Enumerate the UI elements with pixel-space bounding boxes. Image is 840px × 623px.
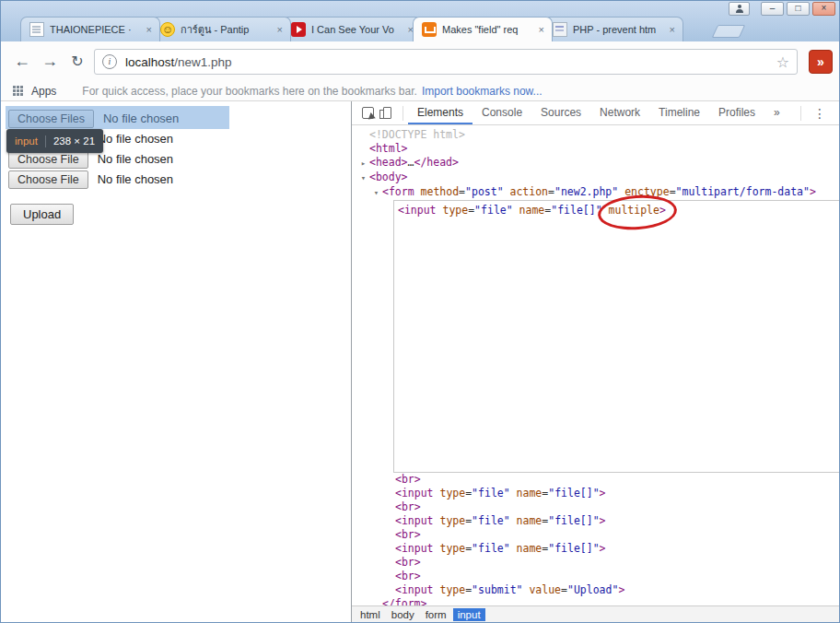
dom-token: "file[]" <box>551 204 601 217</box>
tab-title: การ์ตูน - Pantip <box>181 21 272 38</box>
breadcrumb-html[interactable]: html <box>356 608 385 621</box>
dom-token: > <box>659 204 666 217</box>
dom-token: action <box>504 185 548 198</box>
url-text[interactable]: localhost/new1.php <box>125 55 771 69</box>
choose-file-button[interactable]: Choose File <box>8 170 88 189</box>
breadcrumb-form[interactable]: form <box>421 608 451 621</box>
file-input-row: Choose FileNo file chosen <box>8 170 173 189</box>
back-button[interactable]: ← <box>9 49 35 75</box>
devtools-tab-timeline[interactable]: Timeline <box>649 101 709 124</box>
orange-favicon <box>422 22 437 37</box>
devtools-tab-elements[interactable]: Elements <box>408 101 472 124</box>
dom-token: <!DOCTYPE html> <box>369 128 465 141</box>
tab-close-icon[interactable]: × <box>537 25 546 35</box>
browser-tab[interactable]: THAIONEPIECE ·× <box>20 17 160 41</box>
devtools-tab-sources[interactable]: Sources <box>531 101 590 124</box>
tab-close-icon[interactable]: × <box>668 25 677 35</box>
file-chosen-text: No file chosen <box>98 132 173 146</box>
dom-token: value <box>523 583 562 596</box>
browser-tab[interactable]: PHP - prevent htm× <box>543 17 683 41</box>
dom-token: <form <box>382 185 414 198</box>
dom-tree-line[interactable]: <br> <box>352 556 839 570</box>
file-chosen-text: No file chosen <box>98 152 173 166</box>
dom-token: "file[]" <box>548 542 599 555</box>
forward-button[interactable]: → <box>37 49 63 75</box>
maximize-button[interactable]: □ <box>787 2 810 16</box>
dom-tree-line[interactable]: <br> <box>352 528 839 542</box>
minimize-button[interactable]: – <box>761 2 784 16</box>
dom-tree-line[interactable]: <input type="submit" value="Upload"> <box>352 583 839 597</box>
dom-tree-line[interactable]: <input type="file" name="file[]"> <box>352 542 839 556</box>
tab-title: Makes "field" req <box>442 24 533 35</box>
disclosure-down-icon[interactable] <box>370 186 382 200</box>
breadcrumb-body[interactable]: body <box>387 608 419 621</box>
device-toolbar-icon[interactable] <box>383 107 391 119</box>
dom-token: "file" <box>472 487 510 500</box>
tooltip-divider <box>45 135 46 147</box>
upload-button[interactable]: Upload <box>10 204 74 225</box>
page-favicon <box>29 22 44 37</box>
dom-token: <br> <box>395 528 421 541</box>
browser-tab[interactable]: การ์ตูน - Pantip× <box>151 17 291 41</box>
dom-token: type <box>434 542 466 555</box>
dom-tree-line[interactable]: </form> <box>352 597 839 605</box>
dom-token: <input <box>395 583 434 596</box>
close-button[interactable]: × <box>812 2 835 16</box>
breadcrumb-input[interactable]: input <box>453 608 485 621</box>
dom-token: <input <box>398 204 437 217</box>
tab-close-icon[interactable]: × <box>145 25 154 35</box>
element-size-tooltip: input 238 × 21 <box>6 129 103 153</box>
extension-icon[interactable]: » <box>809 50 833 74</box>
import-bookmarks-link[interactable]: Import bookmarks now... <box>422 85 542 98</box>
devtools-tab-more[interactable]: » <box>764 101 789 124</box>
dom-token: type <box>437 204 469 217</box>
dom-tree-line[interactable]: <br> <box>352 473 839 487</box>
address-bar[interactable]: i localhost/new1.php ☆ <box>94 49 798 75</box>
tab-strip: THAIONEPIECE ·×การ์ตูน - Pantip×I Can Se… <box>20 17 674 41</box>
dom-token: name <box>510 487 542 500</box>
devtools-tabs: ElementsConsoleSourcesNetworkTimelinePro… <box>408 101 789 124</box>
dom-token: > <box>618 583 624 596</box>
dom-tree-line[interactable]: <br> <box>352 500 839 514</box>
new-tab-button[interactable] <box>712 25 746 38</box>
dom-token: type <box>434 487 466 500</box>
dom-token: "file" <box>474 204 513 217</box>
dom-token: <head> <box>369 156 408 169</box>
disclosure-down-icon[interactable] <box>357 171 369 185</box>
disclosure-right-icon[interactable] <box>357 157 369 170</box>
dom-tree-line[interactable]: <html> <box>352 142 839 156</box>
dom-token: <body> <box>369 170 408 183</box>
dom-token: = <box>670 185 676 198</box>
inspect-element-icon[interactable] <box>362 107 374 119</box>
dom-token: method <box>414 185 459 198</box>
tab-title: THAIONEPIECE · <box>50 24 141 35</box>
devtools-tab-console[interactable]: Console <box>472 101 531 124</box>
tab-title: I Can See Your Vo <box>311 24 402 35</box>
browser-tab[interactable]: I Can See Your Vo× <box>282 17 422 41</box>
tab-close-icon[interactable]: × <box>275 25 285 35</box>
reload-button[interactable]: ↻ <box>64 49 90 75</box>
dom-tree-line[interactable]: <head>…</head> <box>352 156 839 170</box>
dom-token: <input <box>395 514 434 527</box>
dom-tree-line[interactable]: <br> <box>352 570 839 583</box>
dom-tree-line[interactable]: <input type="file" name="file[]" multipl… <box>396 204 839 217</box>
dom-tree-line[interactable]: <form method="post" action="new2.php" en… <box>352 185 839 200</box>
dom-tree-line[interactable]: <input type="file" name="file[]"> <box>352 514 839 528</box>
page-info-icon[interactable]: i <box>102 54 117 69</box>
dom-tree-line[interactable]: <!DOCTYPE html> <box>352 128 839 142</box>
apps-grid-icon[interactable] <box>13 86 24 97</box>
dom-token: </form> <box>382 597 426 605</box>
devtools-breadcrumbs: htmlbodyforminput <box>352 605 839 622</box>
dom-tree-line[interactable]: <input type="file" name="file[]"> <box>352 487 839 500</box>
dom-token: > <box>600 514 606 527</box>
bookmark-star-icon[interactable]: ☆ <box>776 53 789 71</box>
devtools-menu-icon[interactable]: ⋮ <box>806 106 834 121</box>
apps-label[interactable]: Apps <box>31 85 56 98</box>
dom-tree-line[interactable]: <body> <box>352 170 839 185</box>
dom-tree: <!DOCTYPE html><html><head>…</head><body… <box>352 125 839 605</box>
browser-tab[interactable]: Makes "field" req× <box>413 17 553 41</box>
profile-button[interactable] <box>729 2 750 16</box>
dom-token: > <box>600 487 606 500</box>
devtools-tab-network[interactable]: Network <box>590 101 649 124</box>
devtools-tab-profiles[interactable]: Profiles <box>709 101 764 124</box>
